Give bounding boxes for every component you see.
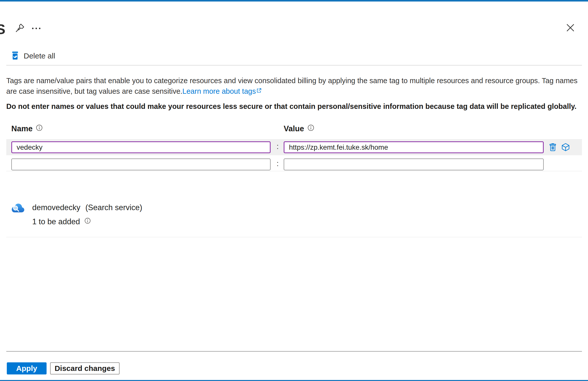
external-link-icon bbox=[256, 86, 262, 96]
bottom-accent-bar bbox=[0, 380, 588, 381]
footer-divider bbox=[6, 351, 582, 352]
name-info-icon[interactable] bbox=[35, 124, 43, 134]
name-value-separator: : bbox=[275, 159, 281, 168]
value-column-header: Value bbox=[284, 124, 304, 133]
delete-all-icon bbox=[11, 51, 19, 61]
pin-icon[interactable] bbox=[15, 23, 25, 34]
name-column-header: Name bbox=[11, 124, 32, 133]
tag-value-input[interactable] bbox=[284, 141, 544, 153]
tag-value-input-empty[interactable] bbox=[284, 158, 544, 170]
tags-description: Tags are name/value pairs that enable yo… bbox=[6, 76, 583, 96]
delete-tag-icon[interactable] bbox=[548, 142, 558, 153]
resource-summary: demovedecky (Search service) 1 to be add… bbox=[11, 202, 142, 226]
tag-name-input[interactable] bbox=[11, 141, 271, 153]
resource-name: demovedecky bbox=[32, 203, 80, 212]
delete-all-label: Delete all bbox=[24, 52, 55, 60]
learn-more-link[interactable]: Learn more about tags bbox=[182, 87, 256, 95]
panel-title-partial: S bbox=[0, 21, 5, 37]
rows-divider bbox=[6, 171, 582, 171]
discard-changes-button[interactable]: Discard changes bbox=[50, 362, 120, 374]
top-accent-bar bbox=[0, 0, 588, 2]
delete-all-button[interactable]: Delete all bbox=[11, 50, 55, 62]
footer-actions: Apply Discard changes bbox=[7, 362, 120, 374]
value-info-icon[interactable] bbox=[307, 124, 315, 134]
close-icon[interactable] bbox=[565, 22, 576, 34]
resource-status: 1 to be added bbox=[32, 217, 80, 226]
toolbar-divider bbox=[6, 65, 582, 66]
tag-name-input-empty[interactable] bbox=[11, 158, 271, 170]
resource-divider bbox=[6, 237, 582, 237]
panel-header: S bbox=[0, 21, 588, 39]
search-service-icon bbox=[11, 202, 25, 214]
column-headers: Name Value bbox=[0, 124, 588, 135]
status-info-icon[interactable] bbox=[84, 217, 91, 226]
security-warning-text: Do not enter names or values that could … bbox=[6, 102, 583, 111]
apply-button[interactable]: Apply bbox=[7, 362, 47, 374]
name-value-separator: : bbox=[275, 142, 281, 151]
resource-cube-icon[interactable] bbox=[561, 142, 571, 153]
ellipsis-menu-icon[interactable] bbox=[30, 23, 42, 34]
tags-description-text: Tags are name/value pairs that enable yo… bbox=[6, 77, 577, 95]
tag-row-empty: : bbox=[6, 156, 582, 172]
tag-row: : bbox=[6, 139, 582, 155]
resource-type: (Search service) bbox=[85, 203, 142, 212]
